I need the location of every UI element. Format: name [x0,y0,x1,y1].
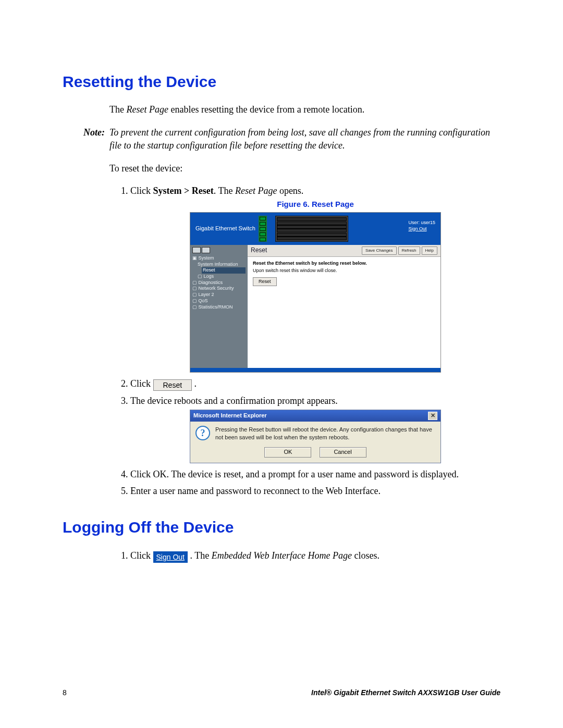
user-label: User: user15 [408,220,435,225]
inline-reset-button[interactable]: Reset [153,379,192,391]
steps-logoff: Click Sign Out . The Embedded Web Interf… [109,549,500,563]
cancel-button[interactable]: Cancel [320,447,366,458]
text: The [109,104,126,115]
nav-toolbar-icon [192,247,246,253]
dialog-message: Pressing the Reset button will reboot th… [215,426,435,441]
nav-item-system[interactable]: ▣ System [192,255,246,262]
list-item: The device reboots and a confirmation pr… [130,394,500,463]
brand-name: Gigabit Ethernet Switch [195,225,255,233]
content-panel: Reset Save Changes Refresh Help Reset th… [248,245,440,368]
text: Click [130,550,153,561]
text: . The [214,186,235,196]
app-banner: Gigabit Ethernet Switch User: user15 Sig… [190,213,440,245]
nav-item-stats[interactable]: ▢ Statistics/RMON [192,304,246,311]
dialog-title: Microsoft Internet Explorer [193,412,267,420]
page-number: 8 [63,688,67,697]
refresh-button[interactable]: Refresh [398,246,420,255]
page-footer: 8 Intel® Gigabit Ethernet Switch AXXSW1G… [63,688,500,697]
signout-link[interactable]: Sign Out [408,226,435,232]
menu-path: System > Reset [153,186,214,196]
nav-item-reset-selected[interactable]: Reset [202,267,246,274]
heading-logging-off: Logging Off the Device [63,519,500,536]
guide-title: Intel® Gigabit Ethernet Switch AXXSW1GB … [311,688,500,697]
text: Click [130,378,153,389]
user-info: User: user15 Sign Out [408,220,435,232]
content-toolbar: Reset Save Changes Refresh Help [248,245,440,257]
steps-reset: Click System > Reset. The Reset Page ope… [109,184,500,498]
text: opens. [277,186,303,196]
bottom-bar [190,368,440,372]
list-item: Click Reset . [130,377,500,391]
close-button[interactable]: ✕ [428,412,437,420]
panel-title: Reset [251,246,267,255]
nav-item-layer2[interactable]: ▢ Layer 2 [192,292,246,298]
text: Click [130,186,153,196]
list-item: Click Sign Out . The Embedded Web Interf… [130,549,500,563]
nav-tree: ▣ System System Information Reset ▢ Logs… [190,245,248,368]
heading-resetting-device: Resetting the Device [63,73,500,91]
text: The device reboots and a confirmation pr… [130,396,338,406]
reset-button[interactable]: Reset [253,277,277,286]
instruction-line-2: Upon switch reset this window will close… [253,267,435,274]
reset-page-term: Reset Page [235,186,277,196]
text: . The [190,550,211,561]
list-item: Click System > Reset. The Reset Page ope… [130,184,500,373]
nav-item-system-info[interactable]: System Information [192,262,246,268]
text: closes. [352,550,380,561]
led-column-icon [259,216,267,242]
text: enables resetting the device from a remo… [168,104,364,115]
figure-caption: Figure 6. Reset Page [130,199,500,210]
figure-reset-page: Gigabit Ethernet Switch User: user15 Sig… [190,212,441,373]
ie-dialog: Microsoft Internet Explorer ✕ ? Pressing… [190,410,441,463]
content-body: Reset the Ethernet switch by selecting r… [248,257,440,289]
nav-item-qos[interactable]: ▢ QoS [192,298,246,304]
reset-page-term: Reset Page [126,104,168,115]
lead-text: To reset the device: [109,162,500,175]
list-item: Enter a user name and password to reconn… [130,484,500,498]
question-icon: ? [195,426,210,440]
nav-item-network-security[interactable]: ▢ Network Security [192,286,246,292]
list-item: Click OK. The device is reset, and a pro… [130,467,500,481]
intro-paragraph: The Reset Page enables resetting the dev… [109,103,500,116]
note-label: Note: [83,126,109,152]
help-button[interactable]: Help [422,246,437,255]
dialog-titlebar: Microsoft Internet Explorer ✕ [190,410,440,422]
inline-signout-button[interactable]: Sign Out [153,551,188,563]
ok-button[interactable]: OK [264,447,311,458]
nav-item-logs[interactable]: ▢ Logs [192,274,246,280]
save-changes-button[interactable]: Save Changes [362,246,396,255]
note-body: To prevent the current configuration fro… [109,126,500,152]
text: . [194,378,197,389]
instruction-line-1: Reset the Ethernet switch by selecting r… [253,260,435,267]
chassis-icon [275,216,348,242]
nav-item-diagnostics[interactable]: ▢ Diagnostics [192,280,246,286]
note-block: Note: To prevent the current configurati… [83,126,500,152]
home-page-term: Embedded Web Interface Home Page [212,550,352,561]
